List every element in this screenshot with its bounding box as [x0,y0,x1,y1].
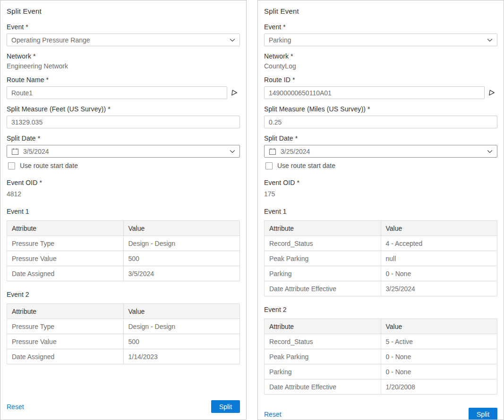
table-row: Pressure Value 500 [7,251,240,266]
table-row: Record_Status 5 - Active [265,334,497,349]
attribute-cell: Date Assigned [7,349,124,364]
panel-footer: Reset Split [7,396,240,413]
route-label: Route ID * [264,76,497,84]
value-cell: 3/5/2024 [123,266,240,281]
measure-label: Split Measure (Feet (US Survey)) * [7,105,240,113]
table-header-row: Attribute Value [7,221,240,236]
select-route-on-map-button[interactable] [486,86,497,99]
use-route-start-date-checkbox-row[interactable]: Use route start date [265,162,497,169]
panel-footer: Reset Split [264,404,497,420]
event-select[interactable]: Parking [264,34,497,46]
attribute-cell: Record_Status [265,334,381,349]
value-cell: 0 - None [381,266,497,281]
reset-button[interactable]: Reset [264,411,282,418]
value-cell: 5 - Active [381,334,497,349]
table-row: Parking 0 - None [265,364,497,379]
value-cell: 3/25/2024 [381,281,497,296]
value-column-header: Value [381,319,497,334]
attribute-cell: Record_Status [265,236,381,251]
table-row: Record_Status 4 - Accepted [265,236,497,251]
table-row: Date Attribute Effective 3/25/2024 [265,281,497,296]
table-row: Date Assigned 3/5/2024 [7,266,240,281]
attribute-column-header: Attribute [265,319,381,334]
split-event-panel-right: Split Event Event * Parking Network * Co… [257,0,504,420]
value-cell: Design - Design [123,319,240,334]
event1-section-title: Event 1 [264,208,497,215]
network-value: Engineering Network [7,62,240,70]
attribute-column-header: Attribute [7,304,124,319]
map-pointer-icon [487,89,495,97]
table-row: Pressure Type Design - Design [7,236,240,251]
table-row: Parking 0 - None [265,266,497,281]
attribute-column-header: Attribute [265,221,381,236]
event-select-value: Parking [269,36,291,44]
measure-field: Split Measure (Miles (US Survey)) * 0.25 [264,105,497,128]
event-oid-value: 175 [264,190,497,198]
value-cell: null [381,251,497,266]
reset-button[interactable]: Reset [7,403,24,411]
attribute-cell: Date Attribute Effective [265,379,381,395]
network-value: CountyLog [264,62,497,70]
value-cell: 500 [123,251,240,266]
date-picker[interactable]: 3/5/2024 [7,145,240,158]
network-field: Network * Engineering Network [7,52,240,70]
checkbox-label: Use route start date [277,162,335,169]
date-picker[interactable]: 3/25/2024 [264,145,497,158]
attribute-cell: Pressure Type [7,236,124,251]
map-pointer-icon [230,89,238,97]
page-title: Split Event [7,7,240,15]
network-field: Network * CountyLog [264,52,497,70]
date-field: Split Date * 3/5/2024 [7,134,240,158]
use-route-start-date-checkbox-row[interactable]: Use route start date [8,162,240,169]
split-event-panel-left: Split Event Event * Operating Pressure R… [0,0,247,420]
event2-attribute-table: Attribute Value Record_Status 5 - Active… [264,319,497,395]
measure-input[interactable]: 31329.035 [7,116,240,128]
split-button[interactable]: Split [469,408,497,420]
attribute-cell: Pressure Type [7,319,124,334]
value-cell: 0 - None [381,364,497,379]
split-button[interactable]: Split [211,400,240,413]
page: Split Event Event * Operating Pressure R… [0,0,504,420]
table-row: Date Attribute Effective 1/20/2008 [265,379,497,395]
attribute-cell: Pressure Value [7,251,124,266]
measure-field: Split Measure (Feet (US Survey)) * 31329… [7,105,240,128]
event-select[interactable]: Operating Pressure Range [7,34,240,46]
value-column-header: Value [123,221,240,236]
network-label: Network * [7,52,240,60]
route-input[interactable]: Route1 [7,86,227,99]
date-field: Split Date * 3/25/2024 [264,134,497,158]
value-cell: 4 - Accepted [381,236,497,251]
route-input-value: 14900000650110A01 [269,89,332,97]
table-header-row: Attribute Value [265,319,497,334]
route-input[interactable]: 14900000650110A01 [264,86,485,99]
event2-section-title: Event 2 [7,291,240,298]
checkbox-unchecked[interactable] [265,162,273,169]
event-oid-label: Event OID * [7,179,240,186]
event2-attribute-table: Attribute Value Pressure Type Design - D… [7,303,240,364]
attribute-cell: Parking [265,364,381,379]
table-row: Peak Parking null [265,251,497,266]
network-label: Network * [264,52,497,60]
attribute-cell: Pressure Value [7,334,124,349]
checkbox-label: Use route start date [20,162,78,169]
event-oid-label: Event OID * [264,179,497,186]
event-field: Event * Operating Pressure Range [7,23,240,46]
route-field: Route Name * Route1 [7,76,240,99]
value-cell: 500 [123,334,240,349]
value-cell: 1/14/2023 [123,349,240,364]
event-label: Event * [264,23,497,31]
chevron-down-icon [230,38,235,42]
chevron-down-icon [230,150,235,153]
value-cell: Design - Design [123,236,240,251]
calendar-icon [269,148,276,155]
table-header-row: Attribute Value [265,221,497,236]
event-label: Event * [7,23,240,31]
measure-input-value: 31329.035 [11,118,43,126]
select-route-on-map-button[interactable] [228,86,240,99]
measure-input[interactable]: 0.25 [264,116,497,128]
event1-section-title: Event 1 [7,208,240,215]
checkbox-unchecked[interactable] [8,162,15,169]
attribute-cell: Peak Parking [265,349,381,364]
chevron-down-icon [487,150,493,153]
table-row: Date Assigned 1/14/2023 [7,349,240,364]
